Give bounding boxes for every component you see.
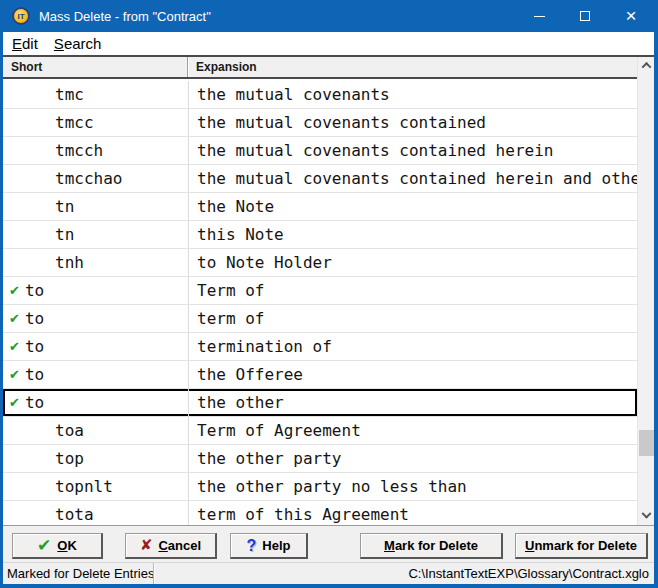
- help-label: Help: [262, 538, 290, 553]
- short-text: to: [25, 281, 44, 300]
- ok-button[interactable]: ✔ OK: [12, 533, 103, 559]
- short-text: tmcc: [55, 113, 94, 132]
- menu-edit[interactable]: Edit: [12, 35, 38, 52]
- short-text: tmcch: [55, 141, 103, 160]
- ok-accel: O: [57, 538, 67, 553]
- menu-bar: Edit Search: [3, 32, 654, 55]
- short-text: top: [55, 449, 84, 468]
- column-header-short[interactable]: Short: [3, 57, 188, 77]
- cancel-accel: C: [158, 538, 167, 553]
- short-cell: ✔to: [3, 389, 188, 416]
- status-file-path: C:\InstantTextEXP\Glossary\Contract.xglo: [154, 563, 654, 584]
- table-row[interactable]: toaTerm of Agreement: [3, 417, 637, 445]
- expansion-cell: Term of: [188, 277, 637, 304]
- expansion-cell: term of this Agreement: [188, 501, 637, 525]
- expansion-cell: to Note Holder: [188, 249, 637, 276]
- mark-rest: ark for Delete: [395, 538, 478, 553]
- table-row[interactable]: tnhto Note Holder: [3, 249, 637, 277]
- short-cell: tmcc: [3, 109, 188, 136]
- table-row[interactable]: topthe other party: [3, 445, 637, 473]
- short-cell: tn: [3, 193, 188, 220]
- short-cell: ✔to: [3, 361, 188, 388]
- table-row[interactable]: tmcchthe mutual covenants contained here…: [3, 137, 637, 165]
- expansion-cell: the other party: [188, 445, 637, 472]
- minimize-button[interactable]: [516, 0, 562, 32]
- marked-check-icon: ✔: [9, 340, 20, 353]
- short-cell: ✔to: [3, 277, 188, 304]
- expansion-cell: the mutual covenants contained herein an…: [188, 165, 637, 192]
- glossary-rows: tmcthe mutual covenantstmccthe mutual co…: [3, 81, 637, 525]
- table-row[interactable]: tmcthe mutual covenants: [3, 81, 637, 109]
- short-cell: tn: [3, 221, 188, 248]
- check-icon: ✔: [37, 537, 51, 554]
- menu-search-accel: S: [54, 35, 64, 52]
- mark-label: Mark for Delete: [384, 538, 478, 553]
- menu-search-rest: earch: [64, 35, 102, 52]
- table-row[interactable]: ✔toterm of: [3, 305, 637, 333]
- expansion-cell: the mutual covenants contained: [188, 109, 637, 136]
- x-icon: ✘: [140, 538, 153, 553]
- table-row[interactable]: tnthis Note: [3, 221, 637, 249]
- button-bar: ✔ OK ✘ Cancel ? Help Mark for Delete Unm…: [3, 526, 654, 562]
- expansion-cell: the Note: [188, 193, 637, 220]
- marked-check-icon: ✔: [9, 396, 20, 409]
- table-row[interactable]: totaterm of this Agreement: [3, 501, 637, 525]
- short-cell: tnh: [3, 249, 188, 276]
- title-bar[interactable]: IT Mass Delete - from "Contract" ×: [3, 0, 654, 32]
- short-text: tmcchao: [55, 169, 122, 188]
- maximize-button[interactable]: [562, 0, 608, 32]
- table-row[interactable]: ✔tothe Offeree: [3, 361, 637, 389]
- app-icon: IT: [12, 7, 30, 25]
- expansion-cell: Term of Agreement: [188, 417, 637, 444]
- scrollbar-thumb[interactable]: [639, 430, 654, 456]
- table-row[interactable]: ✔totermination of: [3, 333, 637, 361]
- expansion-cell: the other: [188, 389, 637, 416]
- table-row[interactable]: ✔tothe other: [3, 389, 637, 417]
- minimize-icon: [534, 16, 545, 17]
- short-text: toa: [55, 421, 84, 440]
- short-cell: topnlt: [3, 473, 188, 500]
- unmark-label: Unmark for Delete: [525, 538, 637, 553]
- chevron-down-icon: [642, 509, 652, 519]
- marked-check-icon: ✔: [9, 312, 20, 325]
- short-text: tnh: [55, 253, 84, 272]
- unmark-for-delete-button[interactable]: Unmark for Delete: [515, 533, 648, 559]
- status-marked-count: Marked for Delete Entries: 5/1129: [3, 563, 154, 584]
- maximize-icon: [580, 11, 590, 21]
- short-cell: ✔to: [3, 333, 188, 360]
- short-cell: top: [3, 445, 188, 472]
- unmark-rest: nmark for Delete: [534, 538, 637, 553]
- close-icon: ×: [625, 6, 636, 25]
- caption-buttons: ×: [516, 0, 654, 32]
- table-row[interactable]: tmcchaothe mutual covenants contained he…: [3, 165, 637, 193]
- column-header-expansion[interactable]: Expansion: [188, 57, 637, 77]
- short-cell: tmc: [3, 81, 188, 108]
- cancel-label: Cancel: [158, 538, 201, 553]
- window-title: Mass Delete - from "Contract": [39, 9, 516, 24]
- expansion-cell: the other party no less than: [188, 473, 637, 500]
- close-button[interactable]: ×: [608, 0, 654, 32]
- table-row[interactable]: tmccthe mutual covenants contained: [3, 109, 637, 137]
- table-row[interactable]: tnthe Note: [3, 193, 637, 221]
- vertical-scrollbar[interactable]: [637, 57, 654, 525]
- expansion-cell: the mutual covenants: [188, 81, 637, 108]
- chevron-up-icon: [642, 62, 652, 72]
- short-cell: tmcchao: [3, 165, 188, 192]
- marked-check-icon: ✔: [9, 368, 20, 381]
- question-mark-icon: ?: [247, 538, 257, 554]
- ok-rest: K: [67, 538, 76, 553]
- status-bar: Marked for Delete Entries: 5/1129 C:\Ins…: [3, 562, 654, 584]
- table-row[interactable]: ✔toTerm of: [3, 277, 637, 305]
- short-cell: ✔to: [3, 305, 188, 332]
- menu-search[interactable]: Search: [54, 35, 102, 52]
- cancel-button[interactable]: ✘ Cancel: [125, 533, 217, 559]
- table-row[interactable]: topnltthe other party no less than: [3, 473, 637, 501]
- short-cell: tota: [3, 501, 188, 525]
- mark-accel: M: [384, 538, 395, 553]
- mark-for-delete-button[interactable]: Mark for Delete: [360, 533, 503, 559]
- cancel-rest: ancel: [168, 538, 201, 553]
- scroll-down-button[interactable]: [638, 508, 654, 525]
- help-button[interactable]: ? Help: [230, 533, 308, 559]
- scroll-up-button[interactable]: [638, 57, 654, 74]
- ok-label: OK: [57, 538, 77, 553]
